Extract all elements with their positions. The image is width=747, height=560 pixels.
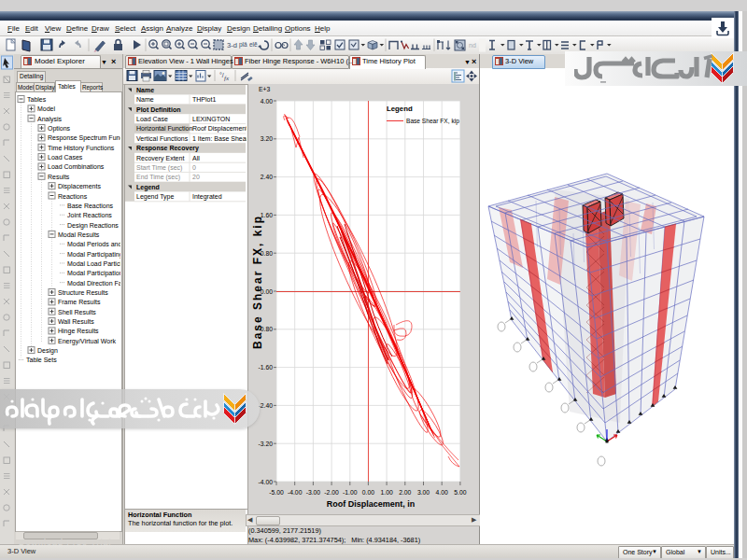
svg-text:Load Cases: Load Cases [48, 154, 83, 161]
svg-text:LEXINGTON: LEXINGTON [192, 116, 230, 122]
svg-text:Horizontal Function: Horizontal Function [136, 125, 192, 132]
svg-text:Response Spectrum Functions: Response Spectrum Functions [48, 134, 120, 142]
svg-text:-2.40: -2.40 [259, 402, 274, 409]
svg-text:Start Time (sec): Start Time (sec) [136, 164, 182, 172]
svg-text:Wall Results: Wall Results [58, 318, 94, 325]
svg-text:-1.60: -1.60 [259, 364, 274, 371]
svg-text:Legend Type: Legend Type [136, 193, 174, 201]
svg-text:0.00: 0.00 [362, 489, 374, 496]
svg-text:Roof Displacement, in: Roof Displacement, in [327, 499, 416, 509]
svg-text:Legend: Legend [136, 184, 160, 191]
svg-text:-5.00: -5.00 [269, 489, 284, 496]
svg-text:2.40: 2.40 [261, 174, 273, 180]
svg-text:3.00: 3.00 [417, 489, 430, 496]
svg-text:Time History Functions: Time History Functions [48, 145, 115, 152]
svg-text:Design Reactions: Design Reactions [67, 222, 119, 230]
svg-text:THPlot1: THPlot1 [192, 96, 216, 103]
svg-text:Structure Results: Structure Results [58, 289, 108, 296]
svg-text:3-d: 3-d [227, 41, 237, 49]
svg-text:Modal Direction Factors: Modal Direction Factors [67, 280, 120, 287]
svg-text:All: All [192, 155, 200, 161]
svg-text:Modal Results: Modal Results [58, 231, 100, 238]
svg-text:-4.00: -4.00 [288, 489, 303, 496]
svg-text:0: 0 [192, 164, 196, 171]
svg-text:Recovery Extent: Recovery Extent [136, 155, 184, 162]
svg-text:-4.00: -4.00 [259, 479, 274, 485]
svg-text:Response Recovery: Response Recovery [136, 145, 199, 152]
svg-text:-3.20: -3.20 [259, 441, 274, 447]
svg-text:Tables: Tables [27, 96, 47, 103]
svg-text:20: 20 [192, 174, 200, 180]
svg-text:Modal Periods and Freq: Modal Periods and Freq [67, 241, 120, 248]
svg-text:4.00: 4.00 [436, 489, 448, 496]
svg-text:2.00: 2.00 [399, 489, 411, 496]
svg-text:-1.00: -1.00 [343, 489, 358, 496]
svg-text:3.20: 3.20 [261, 135, 273, 142]
svg-text:Base Reactions: Base Reactions [67, 203, 114, 209]
svg-text:nd: nd [469, 42, 476, 49]
svg-text:Design: Design [37, 347, 58, 355]
svg-text:Name: Name [136, 87, 154, 93]
svg-text:Analysis: Analysis [37, 116, 63, 123]
svg-text:Integrated: Integrated [192, 193, 222, 201]
svg-text:Options: Options [48, 125, 71, 133]
svg-text:-2.00: -2.00 [324, 489, 339, 496]
svg-text:plä: plä [239, 41, 247, 49]
svg-text:Modal Participating Mas: Modal Participating Mas [67, 251, 120, 259]
svg-text:5.00: 5.00 [454, 489, 466, 496]
svg-text:Reactions: Reactions [58, 193, 88, 200]
svg-text:Frame Results: Frame Results [58, 299, 101, 305]
svg-text:elẽ: elẽ [249, 41, 258, 48]
svg-text:1 Item: Base Shear FX: 1 Item: Base Shear FX [192, 135, 247, 142]
svg-text:Table Sets: Table Sets [26, 357, 57, 363]
svg-text:-3.00: -3.00 [306, 489, 321, 496]
svg-text:1.00: 1.00 [380, 489, 392, 496]
svg-text:Displacements: Displacements [58, 183, 101, 190]
svg-text:Shell Results: Shell Results [58, 309, 96, 315]
svg-text:4.00: 4.00 [261, 98, 273, 105]
svg-text:Legend: Legend [387, 105, 413, 113]
svg-text:Roof Displacement: Roof Displacement [192, 125, 247, 133]
svg-text:Base Shear FX, kip: Base Shear FX, kip [406, 118, 459, 125]
svg-text:Vertical Functions: Vertical Functions [136, 135, 189, 142]
svg-text:Base Shear FX, kip: Base Shear FX, kip [251, 215, 264, 349]
svg-text:Plot Definition: Plot Definition [136, 106, 180, 113]
svg-text:Modal Participation Fac: Modal Participation Fac [67, 270, 120, 277]
svg-text:End Time (sec): End Time (sec) [136, 174, 180, 181]
svg-text:Energy/Virtual Work: Energy/Virtual Work [58, 338, 116, 345]
svg-text:Model: Model [37, 105, 56, 112]
svg-text:Load Combinations: Load Combinations [48, 163, 105, 170]
svg-text:Hinge Results: Hinge Results [58, 328, 99, 335]
svg-text:Load Case: Load Case [136, 116, 168, 122]
svg-text:Name: Name [136, 96, 154, 103]
svg-text:Results: Results [48, 174, 70, 180]
svg-text:Modal Load Participatio: Modal Load Participatio [67, 260, 120, 268]
svg-text:Joint Reactions: Joint Reactions [67, 212, 112, 218]
svg-text:E+3: E+3 [259, 86, 271, 92]
svg-text:fx: fx [224, 75, 230, 82]
